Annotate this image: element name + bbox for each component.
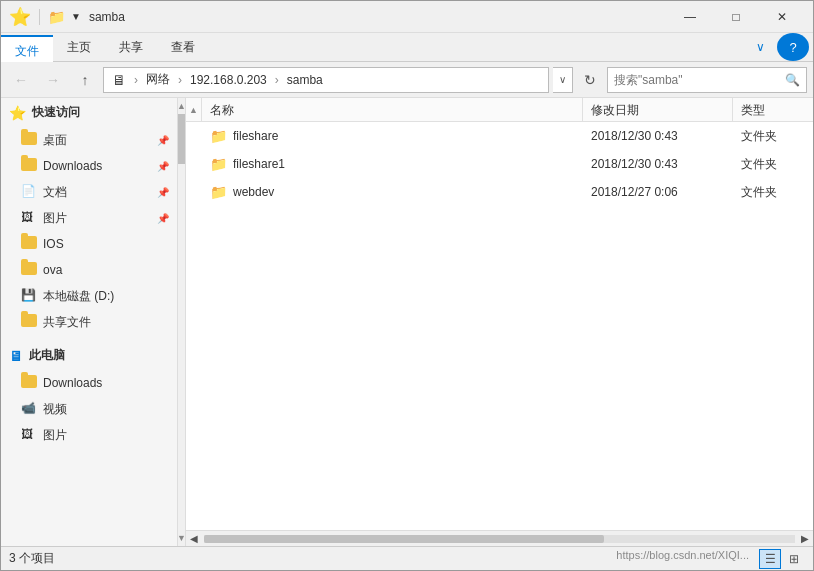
this-pc-label: 此电脑: [29, 347, 65, 364]
address-bar: ← → ↑ 🖥 › 网络 › 192.168.0.203 › samba ∨ ↻…: [1, 62, 813, 98]
quick-access-label: 快速访问: [32, 104, 80, 121]
path-dropdown[interactable]: ∨: [553, 67, 573, 93]
sidebar: ⭐ 快速访问 桌面 📌 Downloads 📌 📄: [1, 98, 186, 546]
col-header-name[interactable]: 名称: [202, 98, 583, 122]
h-scrollbar[interactable]: ◀ ▶: [186, 530, 813, 546]
file-cell-date-0: 2018/12/30 0:43: [583, 122, 733, 150]
file-cell-name-0: 📁 fileshare: [202, 122, 583, 150]
file-list: 📁 fileshare 2018/12/30 0:43 文件夹 📁 filesh…: [186, 122, 813, 530]
sidebar-item-ios-label: IOS: [43, 237, 64, 251]
search-icon: 🔍: [779, 73, 806, 87]
file-row-0[interactable]: 📁 fileshare 2018/12/30 0:43 文件夹: [186, 122, 813, 150]
help-button[interactable]: ?: [777, 33, 809, 61]
tab-file[interactable]: 文件: [1, 35, 53, 63]
view-tiles-button[interactable]: ⊞: [783, 549, 805, 569]
sidebar-item-pc-pictures[interactable]: 🖼 图片: [1, 422, 177, 448]
title-bar-icons: ⭐ 📁 ▼: [9, 6, 81, 28]
file-row-2[interactable]: 📁 webdev 2018/12/27 0:06 文件夹: [186, 178, 813, 206]
ios-folder-icon: [21, 236, 37, 252]
sidebar-item-shared-label: 共享文件: [43, 314, 91, 331]
folder-icon-2: 📁: [210, 178, 227, 206]
sidebar-item-ova-label: ova: [43, 263, 62, 277]
sidebar-scrollbar[interactable]: ▲ ▼: [177, 98, 185, 546]
this-pc-icon: 🖥: [9, 348, 23, 364]
h-scroll-thumb: [204, 535, 604, 543]
sidebar-item-downloads[interactable]: Downloads 📌: [1, 153, 177, 179]
title-bar: ⭐ 📁 ▼ samba — □ ✕: [1, 1, 813, 33]
sidebar-item-desktop[interactable]: 桌面 📌: [1, 127, 177, 153]
h-scroll-right[interactable]: ▶: [797, 531, 813, 547]
sidebar-item-pc-downloads[interactable]: Downloads: [1, 370, 177, 396]
sidebar-item-pictures[interactable]: 🖼 图片 📌: [1, 205, 177, 231]
sep1: ›: [134, 73, 138, 87]
desktop-folder-icon: [21, 132, 37, 148]
divider: [39, 9, 40, 25]
crumb-ip[interactable]: 192.168.0.203: [190, 73, 267, 87]
sep2: ›: [178, 73, 182, 87]
refresh-button[interactable]: ↻: [577, 67, 603, 93]
sidebar-item-videos-label: 视频: [43, 401, 67, 418]
sort-arrow-up: ▲: [186, 98, 202, 122]
col-header-date[interactable]: 修改日期: [583, 98, 733, 122]
forward-button[interactable]: →: [39, 67, 67, 93]
sidebar-item-ova[interactable]: ova: [1, 257, 177, 283]
pin-icon-pictures: 📌: [157, 213, 169, 224]
main-area: ⭐ 快速访问 桌面 📌 Downloads 📌 📄: [1, 98, 813, 546]
sidebar-item-desktop-label: 桌面: [43, 132, 67, 149]
file-cell-name-2: 📁 webdev: [202, 178, 583, 206]
title-folder-icon: 📁: [48, 9, 65, 25]
sidebar-item-shared[interactable]: 共享文件: [1, 309, 177, 335]
this-pc-header[interactable]: 🖥 此电脑: [1, 341, 177, 370]
sidebar-item-local-disk-label: 本地磁盘 (D:): [43, 288, 114, 305]
file-cell-name-1: 📁 fileshare1: [202, 150, 583, 178]
back-button[interactable]: ←: [7, 67, 35, 93]
sidebar-scroll-down[interactable]: ▼: [178, 530, 185, 546]
documents-folder-icon: 📄: [21, 184, 37, 200]
view-details-button[interactable]: ☰: [759, 549, 781, 569]
crumb-network[interactable]: 网络: [146, 71, 170, 88]
sidebar-item-local-disk[interactable]: 💾 本地磁盘 (D:): [1, 283, 177, 309]
ribbon-tabs: 文件 主页 共享 查看 ∨ ?: [1, 33, 813, 61]
sidebar-item-pc-downloads-label: Downloads: [43, 376, 102, 390]
h-scroll-left[interactable]: ◀: [186, 531, 202, 547]
ova-folder-icon: [21, 262, 37, 278]
tab-home[interactable]: 主页: [53, 33, 105, 61]
sidebar-scroll-thumb: [178, 114, 185, 164]
file-list-header: ▲ 名称 修改日期 类型: [186, 98, 813, 122]
maximize-button[interactable]: □: [713, 1, 759, 33]
search-box[interactable]: 🔍: [607, 67, 807, 93]
sidebar-item-downloads-label: Downloads: [43, 159, 102, 173]
address-path[interactable]: 🖥 › 网络 › 192.168.0.203 › samba: [103, 67, 549, 93]
sidebar-scroll-up[interactable]: ▲: [178, 98, 185, 114]
search-input[interactable]: [608, 73, 779, 87]
sidebar-scroll[interactable]: ⭐ 快速访问 桌面 📌 Downloads 📌 📄: [1, 98, 177, 546]
close-button[interactable]: ✕: [759, 1, 805, 33]
pin-icon-desktop: 📌: [157, 135, 169, 146]
file-row-1[interactable]: 📁 fileshare1 2018/12/30 0:43 文件夹: [186, 150, 813, 178]
ribbon-expand[interactable]: ∨: [748, 33, 773, 61]
file-cell-type-2: 文件夹: [733, 178, 813, 206]
h-scroll-track[interactable]: [204, 535, 795, 543]
watermark-text: https://blog.csdn.net/XIQI...: [616, 549, 749, 569]
quick-access-header[interactable]: ⭐ 快速访问: [1, 98, 177, 127]
downloads-folder-icon: [21, 158, 37, 174]
sidebar-item-ios[interactable]: IOS: [1, 231, 177, 257]
up-button[interactable]: ↑: [71, 67, 99, 93]
ribbon: 文件 主页 共享 查看 ∨ ?: [1, 33, 813, 62]
sidebar-item-videos[interactable]: 📹 视频: [1, 396, 177, 422]
sep3: ›: [275, 73, 279, 87]
file-cell-type-1: 文件夹: [733, 150, 813, 178]
sidebar-item-documents-label: 文档: [43, 184, 67, 201]
minimize-button[interactable]: —: [667, 1, 713, 33]
status-right: https://blog.csdn.net/XIQI... ☰ ⊞: [616, 549, 805, 569]
file-cell-date-2: 2018/12/27 0:06: [583, 178, 733, 206]
tab-view[interactable]: 查看: [157, 33, 209, 61]
sidebar-item-pc-pictures-label: 图片: [43, 427, 67, 444]
sidebar-item-documents[interactable]: 📄 文档 📌: [1, 179, 177, 205]
tab-share[interactable]: 共享: [105, 33, 157, 61]
videos-folder-icon: 📹: [21, 401, 37, 417]
crumb-samba[interactable]: samba: [287, 73, 323, 87]
quick-access-icon: ⭐: [9, 105, 26, 121]
col-header-type[interactable]: 类型: [733, 98, 813, 122]
pc-pictures-folder-icon: 🖼: [21, 427, 37, 443]
